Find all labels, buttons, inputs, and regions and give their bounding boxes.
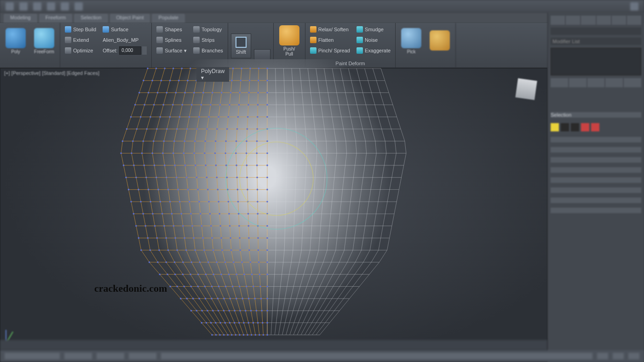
svg-line-499 bbox=[311, 226, 312, 238]
tab-object-paint[interactable]: Object Paint bbox=[110, 14, 150, 23]
nav-icon[interactable] bbox=[613, 353, 624, 359]
command-panel-tabs[interactable] bbox=[551, 16, 641, 25]
vertex-subobject-button[interactable] bbox=[551, 123, 559, 131]
freeform-button[interactable]: FreeForm bbox=[31, 25, 57, 57]
border-subobject-button[interactable] bbox=[571, 123, 579, 131]
save-icon[interactable] bbox=[47, 2, 55, 11]
branches-button[interactable]: Branches bbox=[191, 46, 224, 55]
svg-point-995 bbox=[205, 298, 207, 300]
modifier-stack[interactable] bbox=[551, 48, 641, 75]
svg-point-741 bbox=[184, 92, 186, 94]
offset-spinner[interactable]: 0,000 bbox=[119, 46, 147, 55]
viewport-label[interactable]: [+] [Perspective] [Standard] [Edged Face… bbox=[4, 70, 99, 76]
poly-modeling-button[interactable]: Poly bbox=[3, 25, 29, 57]
svg-line-109 bbox=[207, 311, 216, 322]
svg-point-768 bbox=[150, 116, 151, 118]
splines-button[interactable]: Splines bbox=[155, 35, 189, 45]
svg-line-415 bbox=[274, 274, 275, 286]
svg-line-539 bbox=[333, 177, 334, 189]
svg-point-962 bbox=[167, 273, 168, 275]
surface-toggle[interactable]: Surface bbox=[101, 25, 149, 34]
svg-line-324 bbox=[258, 250, 259, 262]
offset-value[interactable]: 0,000 bbox=[119, 46, 141, 55]
tab-freeform[interactable]: Freeform bbox=[39, 14, 73, 23]
brush-options-button[interactable] bbox=[427, 25, 453, 57]
svg-line-116 bbox=[164, 129, 167, 141]
surface-dropdown[interactable]: Surface ▾ bbox=[155, 46, 189, 55]
face-mesh[interactable] bbox=[120, 59, 414, 353]
strips-icon bbox=[193, 37, 200, 43]
polydraw-panel-label[interactable]: PolyDraw ▾ bbox=[196, 67, 229, 82]
new-icon[interactable] bbox=[19, 2, 28, 11]
undo-icon[interactable] bbox=[61, 2, 69, 11]
stack-toolbar[interactable] bbox=[551, 78, 641, 87]
display-tab-icon[interactable] bbox=[612, 16, 626, 25]
svg-line-82 bbox=[159, 250, 166, 262]
svg-line-39 bbox=[150, 262, 160, 274]
selection-rollout-header[interactable]: Selection bbox=[551, 112, 641, 118]
flatten-button[interactable]: Flatten bbox=[308, 35, 352, 45]
tab-populate[interactable]: Populate bbox=[152, 14, 184, 23]
hierarchy-tab-icon[interactable] bbox=[581, 16, 595, 25]
strips-button[interactable]: Strips bbox=[191, 35, 224, 45]
svg-line-241 bbox=[240, 311, 244, 322]
open-icon[interactable] bbox=[33, 2, 41, 11]
optimize-button[interactable]: Optimize bbox=[63, 46, 98, 55]
svg-line-498 bbox=[312, 214, 313, 226]
svg-line-527 bbox=[298, 299, 302, 311]
object-name-field[interactable]: Alien_Body_MP bbox=[101, 35, 149, 45]
svg-line-611 bbox=[347, 250, 353, 262]
app-icon[interactable] bbox=[6, 2, 14, 11]
edge-subobject-button[interactable] bbox=[561, 123, 569, 131]
spinner-arrows-icon[interactable] bbox=[142, 46, 147, 55]
svg-line-172 bbox=[206, 274, 212, 286]
svg-line-688 bbox=[397, 117, 401, 129]
nav-icon[interactable] bbox=[597, 353, 608, 359]
svg-point-1025 bbox=[219, 322, 221, 324]
perspective-viewport[interactable]: [+] [Perspective] [Standard] [Edged Face… bbox=[0, 68, 547, 362]
polygon-subobject-button[interactable] bbox=[581, 123, 589, 131]
svg-line-542 bbox=[329, 214, 331, 226]
element-subobject-button[interactable] bbox=[591, 123, 599, 131]
svg-line-592 bbox=[320, 287, 327, 299]
modifier-list-dropdown[interactable]: Modifier List bbox=[551, 38, 641, 45]
exaggerate-button[interactable]: Exaggerate bbox=[355, 46, 392, 55]
relax-soften-button[interactable]: Relax/ Soften bbox=[308, 25, 352, 34]
modify-tab-icon[interactable] bbox=[566, 16, 580, 25]
shapes-button[interactable]: Shapes bbox=[155, 25, 189, 34]
pinch-spread-button[interactable]: Pinch/ Spread bbox=[308, 46, 352, 55]
noise-button[interactable]: Noise bbox=[355, 35, 392, 45]
tab-selection[interactable]: Selection bbox=[74, 14, 108, 23]
smudge-button[interactable]: Smudge bbox=[355, 25, 392, 34]
svg-point-891 bbox=[180, 213, 182, 215]
tab-modeling[interactable]: Modeling bbox=[4, 14, 37, 23]
svg-line-497 bbox=[313, 202, 314, 214]
coord-x-field[interactable] bbox=[64, 353, 92, 359]
time-slider[interactable] bbox=[0, 340, 547, 350]
svg-line-661 bbox=[312, 323, 321, 335]
svg-line-624 bbox=[375, 141, 376, 153]
svg-point-1004 bbox=[260, 298, 262, 300]
svg-point-858 bbox=[148, 189, 150, 191]
motion-tab-icon[interactable] bbox=[597, 16, 611, 25]
topology-button[interactable]: Topology bbox=[191, 25, 224, 34]
step-build-button[interactable]: Step Build bbox=[63, 25, 98, 34]
push-pull-button[interactable]: Push/ Pull bbox=[276, 25, 302, 57]
viewcube[interactable] bbox=[515, 78, 537, 100]
svg-line-443 bbox=[293, 80, 293, 92]
coord-z-field[interactable] bbox=[129, 353, 156, 359]
utilities-tab-icon[interactable] bbox=[627, 16, 641, 25]
extend-button[interactable]: Extend bbox=[63, 35, 98, 45]
pick-button[interactable]: Pick bbox=[398, 25, 424, 57]
shift-button[interactable]: Shift bbox=[231, 34, 251, 58]
object-name-display[interactable] bbox=[551, 28, 641, 35]
workspace-icon[interactable] bbox=[630, 2, 638, 11]
coord-y-field[interactable] bbox=[97, 353, 124, 359]
create-tab-icon[interactable] bbox=[551, 16, 565, 25]
svg-line-598 bbox=[354, 93, 357, 105]
redo-icon[interactable] bbox=[75, 2, 83, 11]
svg-line-667 bbox=[391, 129, 395, 141]
nav-icon[interactable] bbox=[628, 353, 639, 359]
svg-line-452 bbox=[295, 190, 295, 202]
svg-line-401 bbox=[276, 105, 276, 117]
